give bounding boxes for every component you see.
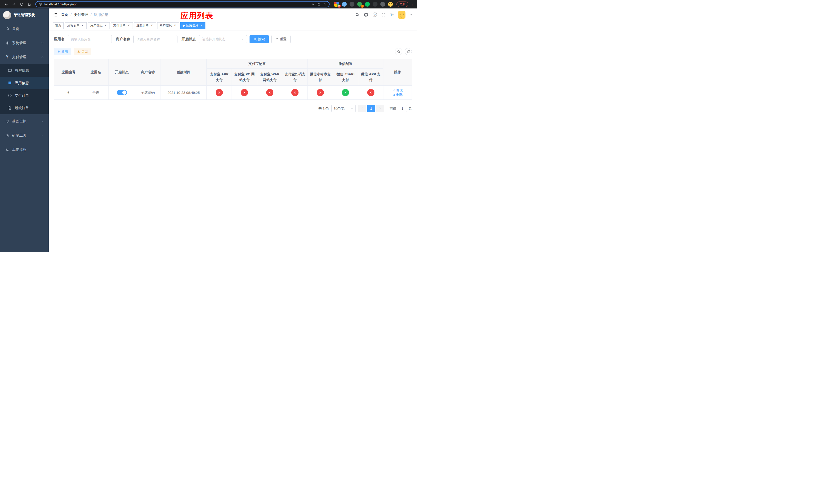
font-size-icon[interactable]: TT xyxy=(390,13,393,17)
info-icon[interactable] xyxy=(39,3,42,6)
tab-user-group[interactable]: 用户分组× xyxy=(88,22,110,29)
merchant-card-icon xyxy=(7,68,12,72)
dark-extension-2-icon[interactable] xyxy=(373,2,377,7)
sidebar-item-pay-order[interactable]: 支付订单 xyxy=(0,89,49,102)
status-cross-icon: × xyxy=(266,89,273,96)
gear-icon xyxy=(5,41,9,45)
group-header-alipay: 支付宝配置 xyxy=(206,59,307,69)
tab-pay-order[interactable]: 支付订单× xyxy=(111,22,133,29)
app-name-input[interactable] xyxy=(68,35,112,43)
column-header-merchant: 商户名称 xyxy=(135,59,161,86)
search-icon[interactable] xyxy=(355,13,359,17)
sidebar-item-label: 支付管理 xyxy=(12,55,26,60)
delete-button[interactable]: 删除 xyxy=(392,93,403,97)
close-icon[interactable]: × xyxy=(199,24,203,27)
breadcrumb-home[interactable]: 首页 xyxy=(61,13,68,17)
tab-merchant-info[interactable]: 商户信息× xyxy=(157,22,179,29)
column-header-app-id: 应用编号 xyxy=(54,59,83,86)
help-icon[interactable]: ? xyxy=(373,13,377,17)
tab-app-info[interactable]: 应用信息× xyxy=(180,22,205,29)
refresh-icon[interactable] xyxy=(405,48,412,55)
app-table: 应用编号 应用名 开启状态 商户名称 创建时间 支付宝配置 微信配置 操作 支付… xyxy=(54,59,412,100)
sidebar-item-merchant-info[interactable]: 商户信息 xyxy=(0,64,49,77)
fullscreen-icon[interactable] xyxy=(381,13,386,17)
close-icon[interactable]: × xyxy=(127,24,131,27)
reset-button[interactable]: 重置 xyxy=(271,35,290,43)
sidebar-item-system[interactable]: 系统管理 xyxy=(0,36,49,50)
logo: 芋道管理系统 xyxy=(0,8,49,22)
chevron-down-icon xyxy=(351,107,353,110)
page-size-select[interactable]: 10条/页 xyxy=(331,105,356,112)
star-icon[interactable] xyxy=(323,3,326,6)
status-cross-icon: × xyxy=(216,89,223,96)
close-icon[interactable]: × xyxy=(104,24,107,27)
close-icon[interactable]: × xyxy=(173,24,177,27)
sidebar-item-workflow[interactable]: 工作流程 xyxy=(0,142,49,157)
address-bar[interactable]: localhost:1024/pay/app xyxy=(36,1,330,7)
extension-badge: 10 xyxy=(337,5,341,8)
page-size-value: 10条/页 xyxy=(334,106,345,111)
key-icon[interactable] xyxy=(312,3,315,6)
dark-extension-icon[interactable] xyxy=(350,2,354,7)
kebab-menu-icon[interactable]: ⋮ xyxy=(410,2,414,7)
goto-page: 前往 页 xyxy=(390,105,412,112)
green-extension-icon[interactable]: 1 xyxy=(357,2,362,7)
forward-icon[interactable] xyxy=(10,1,18,8)
merchant-name-input[interactable] xyxy=(133,35,177,43)
blue-extension-icon[interactable] xyxy=(342,2,347,7)
tab-label: 商户信息 xyxy=(159,23,172,28)
status-check-icon: ✓ xyxy=(342,89,349,96)
dashboard-icon xyxy=(5,27,9,31)
update-button[interactable]: 更新 xyxy=(396,2,408,7)
sidebar-item-label: 研发工具 xyxy=(12,133,26,138)
gray-extension-icon[interactable] xyxy=(380,2,385,7)
export-button[interactable]: 导出 xyxy=(74,48,91,55)
share-icon[interactable] xyxy=(317,3,321,6)
add-button[interactable]: 新增 xyxy=(54,48,71,55)
logo-title: 芋道管理系统 xyxy=(14,13,35,18)
reset-button-label: 重置 xyxy=(280,37,286,42)
wechat-devtools-extension-icon[interactable] xyxy=(365,2,370,7)
status-select-placeholder: 请选择开启状态 xyxy=(202,37,225,42)
close-icon[interactable]: × xyxy=(81,24,84,27)
sidebar-item-app-info[interactable]: 应用信息 xyxy=(0,77,49,89)
sidebar-item-refund-order[interactable]: 退款订单 xyxy=(0,102,49,114)
colorful-grid-extension-icon[interactable]: 10 xyxy=(334,2,339,7)
tab-process-form[interactable]: 流程表单× xyxy=(65,22,87,29)
next-page-button[interactable] xyxy=(376,105,384,112)
goto-prefix: 前往 xyxy=(390,106,396,111)
cell-wechat-app: × xyxy=(358,86,383,100)
edit-button[interactable]: 修改 xyxy=(392,88,403,93)
fold-menu-icon[interactable] xyxy=(53,13,58,17)
goto-page-input[interactable] xyxy=(398,105,407,112)
status-toggle[interactable] xyxy=(117,90,127,95)
reload-icon[interactable] xyxy=(18,1,25,8)
page-number-button[interactable]: 1 xyxy=(367,105,375,112)
tab-home[interactable]: 首页 xyxy=(53,22,64,29)
infrastructure-icon xyxy=(5,119,9,123)
caret-down-icon[interactable] xyxy=(410,13,413,17)
sidebar-item-label: 商户信息 xyxy=(15,68,29,73)
sidebar-item-devtools[interactable]: 研发工具 xyxy=(0,129,49,142)
sidebar-item-infrastructure[interactable]: 基础设施 xyxy=(0,114,49,129)
close-icon[interactable]: × xyxy=(150,24,154,27)
breadcrumb-payment[interactable]: 支付管理 xyxy=(74,13,88,17)
search-button[interactable]: 搜索 xyxy=(249,35,269,43)
back-icon[interactable] xyxy=(3,1,10,8)
profile-avatar-face[interactable] xyxy=(388,2,393,7)
github-icon[interactable] xyxy=(364,13,368,17)
edit-label: 修改 xyxy=(396,88,403,93)
sidebar-item-home[interactable]: 首页 xyxy=(0,22,49,36)
sidebar-item-payment[interactable]: ¥ 支付管理 xyxy=(0,50,49,64)
sidebar-item-label: 支付订单 xyxy=(15,93,29,98)
user-avatar[interactable] xyxy=(398,11,405,19)
status-select[interactable]: 请选择开启状态 xyxy=(199,35,247,43)
status-cross-icon: × xyxy=(291,89,299,96)
prev-page-button[interactable] xyxy=(358,105,366,112)
cell-alipay-app: × xyxy=(206,86,232,100)
search-toggle-icon[interactable] xyxy=(395,48,402,55)
home-icon[interactable] xyxy=(26,1,33,8)
app-grid-icon xyxy=(7,81,12,85)
tab-refund-order[interactable]: 退款订单× xyxy=(134,22,156,29)
filter-form: 应用名 商户名称 开启状态 请选择开启状态 搜索 重置 xyxy=(54,35,412,43)
